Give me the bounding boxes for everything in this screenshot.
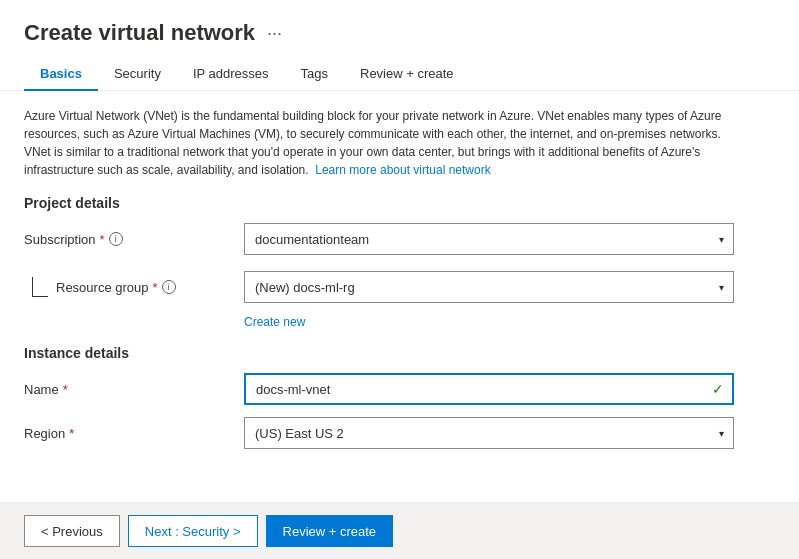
region-row: Region * (US) East US 2 ▾	[24, 417, 775, 449]
name-row: Name * ✓	[24, 373, 775, 405]
resource-group-select-wrapper: (New) docs-ml-rg ▾	[244, 271, 734, 303]
name-control: ✓	[244, 373, 734, 405]
subscription-select-wrapper: documentationteam ▾	[244, 223, 734, 255]
region-control: (US) East US 2 ▾	[244, 417, 734, 449]
region-required: *	[69, 426, 74, 441]
previous-button[interactable]: < Previous	[24, 515, 120, 547]
tabs-row: Basics Security IP addresses Tags Review…	[0, 46, 799, 91]
name-required: *	[63, 382, 68, 397]
name-input[interactable]	[244, 373, 734, 405]
subscription-label: Subscription * i	[24, 232, 244, 247]
tab-security[interactable]: Security	[98, 58, 177, 91]
tab-tags[interactable]: Tags	[285, 58, 344, 91]
page-title: Create virtual network	[24, 20, 255, 46]
project-details-title: Project details	[24, 195, 775, 211]
description-text: Azure Virtual Network (VNet) is the fund…	[24, 107, 744, 179]
resource-group-row: Resource group * i (New) docs-ml-rg ▾	[24, 271, 775, 303]
resource-group-info-icon[interactable]: i	[162, 280, 176, 294]
resource-group-select[interactable]: (New) docs-ml-rg	[244, 271, 734, 303]
instance-details-title: Instance details	[24, 345, 775, 361]
footer: < Previous Next : Security > Review + cr…	[0, 502, 799, 559]
name-input-wrapper: ✓	[244, 373, 734, 405]
region-select-wrapper: (US) East US 2 ▾	[244, 417, 734, 449]
content-area: Azure Virtual Network (VNet) is the fund…	[0, 91, 799, 502]
review-create-button[interactable]: Review + create	[266, 515, 394, 547]
name-label: Name *	[24, 382, 244, 397]
region-select[interactable]: (US) East US 2	[244, 417, 734, 449]
subscription-info-icon[interactable]: i	[109, 232, 123, 246]
resource-group-control: (New) docs-ml-rg ▾	[244, 271, 734, 303]
tab-ip-addresses[interactable]: IP addresses	[177, 58, 285, 91]
tab-basics[interactable]: Basics	[24, 58, 98, 91]
subscription-required: *	[100, 232, 105, 247]
subscription-row: Subscription * i documentationteam ▾	[24, 223, 775, 255]
page-header: Create virtual network ···	[0, 0, 799, 46]
create-new-link[interactable]: Create new	[244, 315, 775, 329]
subscription-select[interactable]: documentationteam	[244, 223, 734, 255]
learn-more-link[interactable]: Learn more about virtual network	[315, 163, 490, 177]
next-button[interactable]: Next : Security >	[128, 515, 258, 547]
subscription-control: documentationteam ▾	[244, 223, 734, 255]
more-options-icon[interactable]: ···	[267, 23, 282, 44]
tab-review-create[interactable]: Review + create	[344, 58, 470, 91]
resource-group-required: *	[153, 280, 158, 295]
name-check-icon: ✓	[712, 381, 724, 397]
region-label: Region *	[24, 426, 244, 441]
resource-group-label-col: Resource group * i	[24, 277, 244, 297]
